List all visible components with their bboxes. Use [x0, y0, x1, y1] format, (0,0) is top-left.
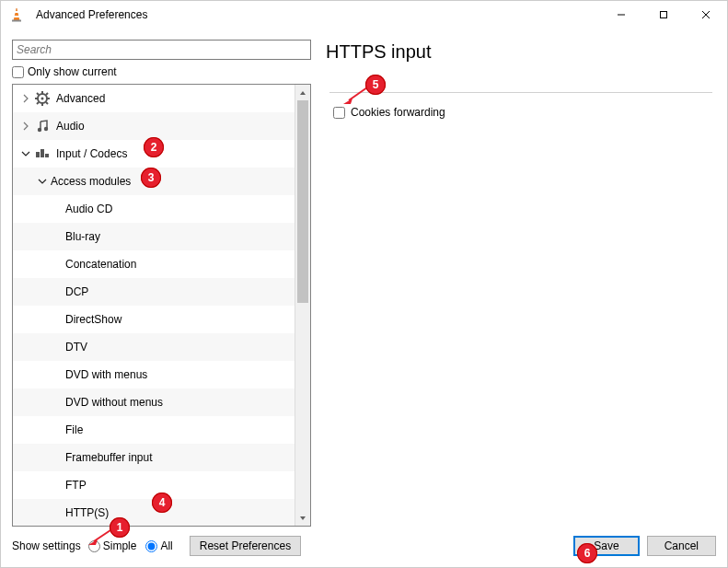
advanced-preferences-window: Advanced Preferences Only show current A…	[0, 0, 728, 568]
tree-item-label: DCP	[65, 285, 88, 298]
scroll-thumb[interactable]	[297, 100, 308, 303]
tree-container: Advanced Audio Input / Codecs	[12, 84, 311, 527]
gear-icon	[34, 91, 51, 106]
tree-item-label: Input / Codecs	[56, 147, 127, 160]
show-settings-label: Show settings	[12, 539, 81, 552]
radio-all-input[interactable]	[145, 540, 157, 552]
svg-point-9	[41, 98, 44, 100]
cookies-forwarding-label: Cookies forwarding	[351, 106, 445, 119]
tree-item-file[interactable]: File	[13, 416, 295, 444]
chevron-down-icon[interactable]	[19, 149, 32, 158]
tree-item-label: DVD with menus	[65, 368, 147, 381]
tree-item-label: Access modules	[51, 175, 131, 188]
tree-item-framebuffer[interactable]: Framebuffer input	[13, 444, 295, 471]
tree-item-label: Blu-ray	[65, 230, 100, 243]
only-show-current-label: Only show current	[28, 65, 117, 78]
window-title: Advanced Preferences	[36, 8, 147, 21]
svg-line-14	[37, 93, 39, 95]
cancel-button[interactable]: Cancel	[647, 536, 716, 556]
reset-preferences-button[interactable]: Reset Preferences	[190, 536, 301, 556]
tree-item-label: Audio	[56, 120, 85, 133]
minimize-button[interactable]	[600, 1, 642, 29]
settings-tree[interactable]: Advanced Audio Input / Codecs	[13, 85, 295, 526]
tree-item-dvd-nomenus[interactable]: DVD without menus	[13, 388, 295, 416]
tree-item-label: HTTP(S)	[65, 506, 109, 519]
svg-rect-22	[40, 149, 44, 157]
tree-item-audio-cd[interactable]: Audio CD	[13, 195, 295, 223]
chevron-right-icon[interactable]	[19, 122, 32, 131]
scroll-up-button[interactable]	[295, 85, 310, 100]
cookies-forwarding-checkbox[interactable]	[333, 107, 345, 119]
svg-rect-5	[661, 12, 667, 18]
radio-all[interactable]: All	[145, 539, 172, 552]
settings-panel: HTTPS input Cookies forwarding	[326, 40, 716, 527]
vlc-icon	[8, 7, 25, 22]
radio-simple-input[interactable]	[88, 540, 100, 552]
tree-item-label: Concatenation	[65, 258, 136, 271]
tree-item-audio[interactable]: Audio	[13, 112, 295, 140]
chevron-down-icon[interactable]	[36, 177, 49, 186]
scroll-down-button[interactable]	[295, 510, 310, 526]
svg-line-17	[37, 102, 39, 104]
tree-item-ftp[interactable]: FTP	[13, 471, 295, 499]
tree-item-dvd-menus[interactable]: DVD with menus	[13, 361, 295, 388]
tree-item-bluray[interactable]: Blu-ray	[13, 223, 295, 250]
tree-item-http-s[interactable]: HTTP(S)	[13, 499, 295, 526]
tree-item-label: DTV	[65, 341, 87, 354]
tree-item-label: File	[65, 423, 83, 436]
footer-bar: Show settings Simple All Reset Preferenc…	[1, 532, 727, 567]
tree-item-access-modules[interactable]: Access modules	[13, 168, 295, 195]
tree-item-label: Advanced	[56, 92, 105, 105]
content-area: Only show current Advanced Audio	[1, 29, 727, 532]
only-show-current[interactable]: Only show current	[12, 65, 311, 78]
chevron-right-icon[interactable]	[19, 94, 32, 103]
tree-item-directshow[interactable]: DirectShow	[13, 306, 295, 333]
save-button[interactable]: Save	[573, 536, 639, 556]
tree-item-label: DVD without menus	[65, 396, 163, 409]
window-controls	[600, 1, 727, 29]
tree-item-dcp[interactable]: DCP	[13, 278, 295, 306]
svg-rect-21	[36, 152, 40, 157]
svg-rect-3	[12, 20, 21, 22]
maximize-button[interactable]	[642, 1, 685, 29]
only-show-current-checkbox[interactable]	[12, 66, 24, 78]
tree-item-dtv[interactable]: DTV	[13, 333, 295, 361]
tree-item-concatenation[interactable]: Concatenation	[13, 250, 295, 278]
show-settings-radios: Simple All	[88, 539, 180, 552]
cookies-forwarding-option[interactable]: Cookies forwarding	[333, 106, 709, 119]
category-divider	[329, 92, 712, 93]
search-input[interactable]	[12, 40, 311, 60]
svg-rect-2	[13, 16, 20, 17]
tree-item-label: Framebuffer input	[65, 451, 153, 464]
tree-item-label: DirectShow	[65, 313, 121, 326]
tree-item-label: FTP	[65, 479, 87, 492]
panel-title: HTTPS input	[326, 41, 716, 63]
tree-scrollbar[interactable]	[295, 85, 310, 526]
left-column: Only show current Advanced Audio	[12, 40, 311, 527]
close-button[interactable]	[685, 1, 727, 29]
tree-item-advanced[interactable]: Advanced	[13, 85, 295, 112]
tree-item-label: Audio CD	[65, 203, 112, 215]
svg-line-15	[46, 102, 48, 104]
svg-line-16	[46, 93, 48, 95]
radio-simple[interactable]: Simple	[88, 539, 137, 552]
tree-item-input-codecs[interactable]: Input / Codecs	[13, 140, 295, 168]
svg-rect-1	[14, 11, 18, 13]
music-icon	[34, 119, 51, 133]
svg-marker-0	[14, 8, 19, 20]
codec-icon	[34, 146, 51, 161]
titlebar: Advanced Preferences	[1, 1, 727, 29]
svg-point-19	[44, 127, 48, 131]
svg-rect-23	[45, 154, 49, 157]
